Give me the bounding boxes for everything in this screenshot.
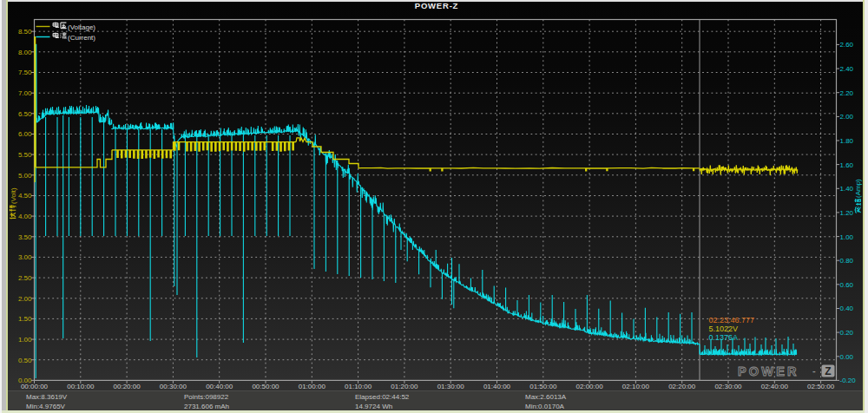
svg-text:5.50: 5.50 [18, 151, 32, 159]
svg-text:01:20:00: 01:20:00 [391, 383, 418, 390]
svg-text:2.40: 2.40 [840, 65, 854, 73]
svg-text:02:20:00: 02:20:00 [668, 383, 696, 390]
svg-text:6.50: 6.50 [18, 110, 32, 118]
svg-text:2.20: 2.20 [840, 89, 854, 97]
svg-text:02:30:00: 02:30:00 [714, 383, 742, 390]
svg-text:4.50: 4.50 [18, 192, 32, 200]
svg-text:02:10:00: 02:10:00 [622, 383, 650, 390]
svg-text:02:00:00: 02:00:00 [576, 383, 604, 390]
svg-text:00:00:00: 00:00:00 [21, 383, 49, 390]
svg-text:1.20: 1.20 [840, 209, 854, 217]
svg-text:5.00: 5.00 [18, 172, 32, 180]
svg-text:00:10:00: 00:10:00 [67, 383, 95, 390]
svg-text:5.1022V: 5.1022V [709, 324, 739, 333]
svg-text:02:40:00: 02:40:00 [761, 383, 789, 390]
svg-text:2.00: 2.00 [840, 113, 854, 121]
svg-text:7.50: 7.50 [18, 69, 32, 76]
svg-text:-: - [812, 365, 816, 376]
svg-text:Z: Z [825, 365, 831, 377]
svg-text:Min:4.9765V: Min:4.9765V [26, 403, 66, 410]
svg-text:Points:098922: Points:098922 [184, 393, 229, 401]
svg-text:2.60: 2.60 [840, 41, 854, 49]
svg-text:6.00: 6.00 [18, 130, 32, 138]
svg-text:14.9724 Wh: 14.9724 Wh [355, 403, 392, 410]
svg-text:(Current): (Current) [68, 34, 95, 42]
svg-text:3.50: 3.50 [18, 233, 32, 241]
svg-text:00:20:00: 00:20:00 [114, 383, 141, 390]
svg-text:02:50:00: 02:50:00 [807, 383, 835, 390]
svg-text:Max:2.6013A: Max:2.6013A [525, 393, 567, 401]
svg-text:00:40:00: 00:40:00 [206, 383, 233, 390]
svg-text:01:40:00: 01:40:00 [483, 383, 511, 390]
svg-text:1.50: 1.50 [18, 315, 32, 323]
svg-text:POWER: POWER [738, 364, 799, 378]
svg-text:0.1376A: 0.1376A [709, 333, 739, 342]
svg-text:1.80: 1.80 [840, 137, 854, 145]
svg-text:0.60: 0.60 [840, 281, 854, 289]
svg-text:7.00: 7.00 [18, 89, 32, 97]
svg-text:POWER-Z: POWER-Z [415, 1, 458, 10]
svg-text:2.50: 2.50 [18, 274, 32, 282]
svg-text:00:30:00: 00:30:00 [160, 383, 187, 390]
svg-text:1.00: 1.00 [18, 336, 32, 344]
svg-text:0.50: 0.50 [18, 357, 32, 364]
svg-text:Max:8.3619V: Max:8.3619V [26, 393, 68, 401]
svg-text:0.00: 0.00 [840, 353, 854, 361]
svg-text:01:10:00: 01:10:00 [345, 383, 372, 390]
svg-text:0.40: 0.40 [840, 305, 854, 312]
svg-text:1.60: 1.60 [840, 161, 854, 169]
svg-text:8.50: 8.50 [18, 28, 32, 36]
svg-text:(Volt): (Volt) [10, 187, 17, 204]
svg-text:8.00: 8.00 [18, 49, 32, 56]
svg-text:0.80: 0.80 [840, 257, 854, 265]
svg-text:(Amp): (Amp) [854, 179, 862, 198]
svg-text:1.40: 1.40 [840, 185, 854, 193]
svg-text:01:50:00: 01:50:00 [529, 383, 557, 390]
svg-text:Min:0.0170A: Min:0.0170A [525, 403, 565, 410]
svg-text:01:30:00: 01:30:00 [437, 383, 465, 390]
svg-text:2.00: 2.00 [18, 295, 32, 303]
svg-text:1.00: 1.00 [840, 233, 854, 241]
svg-text:3.00: 3.00 [18, 253, 32, 261]
svg-text:4.00: 4.00 [18, 213, 32, 220]
svg-text:01:00:00: 01:00:00 [299, 383, 326, 390]
svg-text:-0.20: -0.20 [840, 377, 857, 384]
svg-text:Elapsed:02:44:52: Elapsed:02:44:52 [355, 393, 410, 401]
svg-text:00:50:00: 00:50:00 [252, 383, 279, 390]
svg-text:0.20: 0.20 [840, 329, 854, 337]
svg-text:(Voltage): (Voltage) [68, 23, 95, 31]
svg-text:02:23:46.777: 02:23:46.777 [709, 316, 755, 324]
svg-text:2731.606 mAh: 2731.606 mAh [184, 403, 229, 410]
